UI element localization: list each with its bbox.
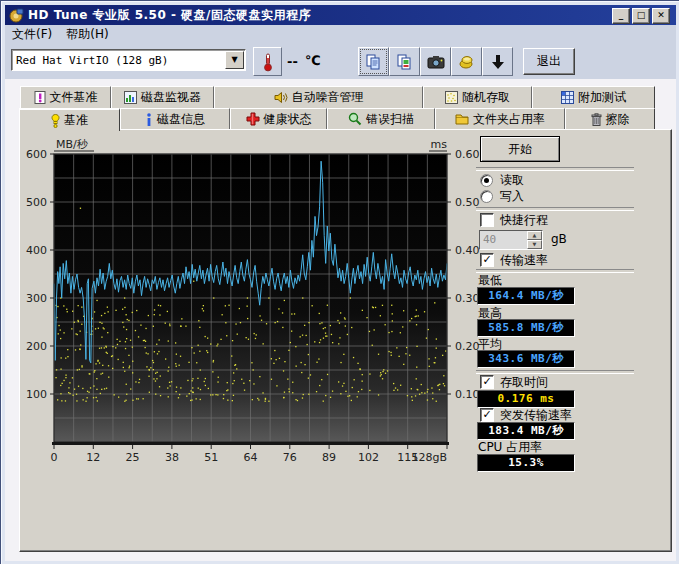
max-value-display: 585.8 MB/秒 [477, 319, 575, 337]
svg-text:600: 600 [26, 148, 47, 161]
svg-text:200: 200 [26, 340, 47, 353]
disk-monitor-icon [124, 91, 137, 104]
temperature-button[interactable] [253, 47, 282, 76]
svg-text:0: 0 [51, 451, 58, 464]
spin-down-icon[interactable]: ▼ [527, 240, 542, 249]
cpu-usage-display: 15.3% [477, 454, 575, 472]
svg-text:0.60: 0.60 [455, 148, 480, 161]
screenshot-icon [427, 55, 445, 69]
donate-button[interactable] [451, 47, 482, 76]
burst-rate-checkbox[interactable]: ✓ [480, 408, 494, 422]
write-radio[interactable] [480, 190, 493, 203]
menu-bar: 文件(F) 帮助(H) [5, 25, 676, 44]
svg-text:300: 300 [26, 292, 47, 305]
access-time-checkbox[interactable]: ✓ [480, 375, 494, 389]
svg-text:0.20: 0.20 [455, 340, 480, 353]
speaker-icon [274, 91, 288, 104]
app-window: HD Tune 专业版 5.50 - 硬盘/固态硬盘实用程序 _ □ ✕ 文件(… [0, 0, 679, 564]
thermometer-icon [262, 52, 274, 72]
short-stroke-checkbox[interactable] [480, 213, 494, 227]
folder-usage-icon [455, 113, 469, 125]
svg-text:89: 89 [322, 451, 336, 464]
tab-random-access[interactable]: 随机存取 [423, 86, 532, 108]
svg-text:0.40: 0.40 [455, 244, 480, 257]
svg-text:64: 64 [244, 451, 258, 464]
tab-row-upper: 文件基准 磁盘监视器 自动噪音管理 [20, 86, 655, 108]
maximize-button[interactable]: □ [632, 8, 650, 24]
download-icon [491, 54, 505, 70]
short-stroke-value: 40 [480, 231, 527, 249]
burst-rate-display: 183.4 MB/秒 [477, 422, 575, 440]
close-button[interactable]: ✕ [652, 8, 670, 24]
read-label: 读取 [500, 172, 524, 189]
svg-text:102: 102 [358, 451, 379, 464]
copy-text-button[interactable] [358, 47, 389, 76]
tab-folder-usage[interactable]: 文件夹占用率 [435, 108, 565, 129]
erase-icon [591, 113, 602, 126]
benchmark-panel: 6005004003002001000.600.500.400.300.200.… [19, 129, 672, 552]
tab-health[interactable]: 健康状态 [230, 108, 327, 129]
chevron-down-icon[interactable]: ▼ [225, 51, 244, 69]
access-time-label: 存取时间 [500, 374, 548, 391]
svg-text:MB/秒: MB/秒 [56, 138, 89, 151]
svg-text:0.30: 0.30 [455, 292, 480, 305]
extra-tests-icon [561, 91, 574, 104]
tab-noise-management[interactable]: 自动噪音管理 [214, 86, 423, 108]
svg-text:400: 400 [26, 244, 47, 257]
separator [476, 167, 634, 171]
spin-up-icon[interactable]: ▲ [527, 231, 542, 240]
drive-select-value: Red Hat VirtIO (128 gB) [12, 54, 224, 67]
random-access-icon [445, 91, 458, 104]
copy-image-button[interactable] [389, 47, 420, 76]
start-button[interactable]: 开始 [480, 136, 560, 162]
short-stroke-label: 快捷行程 [500, 212, 548, 229]
tab-benchmark[interactable]: 基准 [19, 108, 120, 131]
app-icon [9, 8, 24, 23]
short-stroke-unit: gB [551, 232, 567, 246]
error-scan-icon [348, 112, 362, 126]
svg-text:100: 100 [26, 388, 47, 401]
benchmark-chart: 6005004003002001000.600.500.400.300.200.… [22, 134, 482, 469]
access-time-display: 0.176 ms [477, 390, 575, 408]
svg-text:51: 51 [204, 451, 218, 464]
avg-value-display: 343.6 MB/秒 [477, 350, 575, 368]
read-radio[interactable] [480, 174, 493, 187]
separator [476, 207, 634, 211]
tab-erase[interactable]: 擦除 [565, 108, 655, 129]
benchmark-icon [51, 114, 60, 128]
tab-disk-info[interactable]: 磁盘信息 [120, 108, 230, 129]
drive-select[interactable]: Red Hat VirtIO (128 gB) ▼ [11, 49, 246, 71]
menu-file[interactable]: 文件(F) [5, 25, 59, 44]
short-stroke-input[interactable]: 40 ▲ ▼ [479, 230, 543, 250]
exit-button[interactable]: 退出 [523, 48, 575, 75]
transfer-rate-label: 传输速率 [500, 252, 548, 269]
title-bar[interactable]: HD Tune 专业版 5.50 - 硬盘/固态硬盘实用程序 _ □ ✕ [5, 5, 676, 25]
donate-icon [458, 53, 475, 70]
svg-text:38: 38 [165, 451, 179, 464]
svg-text:25: 25 [126, 451, 140, 464]
svg-text:128gB: 128gB [411, 451, 447, 464]
tab-extra-tests[interactable]: 附加测试 [532, 86, 655, 108]
copy-image-icon [396, 53, 413, 70]
client-area: 文件基准 磁盘监视器 自动噪音管理 [5, 79, 676, 561]
disk-info-icon [145, 113, 153, 126]
min-value-display: 164.4 MB/秒 [477, 287, 575, 305]
transfer-rate-checkbox[interactable]: ✓ [480, 253, 494, 267]
tab-error-scan[interactable]: 错误扫描 [327, 108, 435, 129]
download-button[interactable] [482, 47, 513, 76]
screenshot-button[interactable] [420, 47, 451, 76]
svg-text:500: 500 [26, 196, 47, 209]
svg-text:12: 12 [86, 451, 100, 464]
tab-file-benchmark[interactable]: 文件基准 [20, 86, 111, 108]
menu-help[interactable]: 帮助(H) [59, 25, 115, 44]
temperature-unit: ℃ [305, 53, 321, 68]
tab-disk-monitor[interactable]: 磁盘监视器 [111, 86, 214, 108]
write-label: 写入 [500, 188, 524, 205]
svg-text:ms: ms [431, 138, 448, 151]
svg-text:76: 76 [283, 451, 297, 464]
window-title: HD Tune 专业版 5.50 - 硬盘/固态硬盘实用程序 [28, 7, 311, 24]
health-icon [246, 112, 260, 126]
temperature-value: -- [287, 54, 298, 69]
file-benchmark-icon [34, 91, 46, 104]
minimize-button[interactable]: _ [612, 8, 630, 24]
